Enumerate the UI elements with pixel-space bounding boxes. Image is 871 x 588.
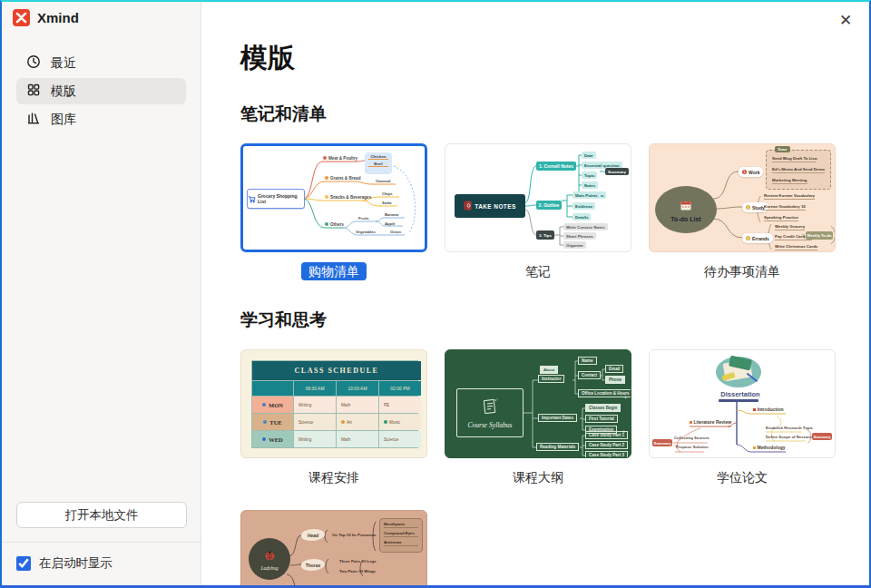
branch-label: 3Errands	[742, 233, 773, 243]
topic-label: Chicken	[368, 154, 388, 160]
template-card-syllabus[interactable]: Course Syllabus About Instructor Name Co…	[445, 349, 631, 458]
topic-label: Antennae	[384, 540, 418, 546]
template-card-grocery[interactable]: Grocery Shopping List Meat & Poultry Chi…	[240, 143, 427, 252]
branch-label: 1Work	[739, 167, 763, 177]
template-card-todo[interactable]: To-do List 1Work Send Blog Draft To Lisa…	[649, 143, 836, 252]
topic-label: Topic	[582, 172, 597, 179]
topic-label: Case Study Part 3	[585, 451, 628, 458]
todo-center-label: To-do List	[670, 216, 700, 222]
topic-label: Phone	[605, 376, 625, 384]
template-card-ladybug[interactable]: Ladybug Head On Top Of Its Pronotum Mout…	[240, 510, 427, 585]
topic-label: Beef	[368, 162, 388, 167]
topic-label: Fruits	[358, 216, 369, 220]
notes-central-topic: TAKE NOTES	[455, 194, 525, 218]
task-label: Korean Vocabulary 10	[764, 204, 806, 211]
sparkle-icon: ✧	[621, 428, 626, 435]
time-header: 10:00 AM	[337, 381, 378, 396]
sidebar-bottom: 打开本地文件 在启动时显示	[2, 502, 201, 585]
topic-label: Write Concise Notes	[563, 223, 608, 230]
topic-label: Evidence	[573, 202, 595, 210]
schedule-cell: PE	[379, 397, 421, 413]
template-gallery: ✕ 模版 笔记和清单	[201, 2, 869, 585]
grocery-central-topic: Grocery Shopping List	[247, 189, 305, 209]
sidebar-item-library[interactable]: 图库	[16, 106, 186, 132]
tile-label-dissertation[interactable]: 学位论文	[649, 470, 836, 489]
task-label: Review Korean Vocabulary	[764, 193, 815, 200]
schedule-cell: Science	[379, 431, 421, 447]
tile-todo: To-do List 1Work Send Blog Draft To Lisa…	[649, 143, 836, 283]
show-on-startup-checkbox[interactable]	[16, 556, 31, 571]
summary-tag: Summary	[652, 439, 672, 446]
tile-label-schedule[interactable]: 课程安排	[240, 470, 427, 489]
task-label: Write Christmas Cards	[775, 244, 817, 250]
topic-label: Short Phrases	[563, 232, 596, 240]
about-tag: About	[540, 366, 558, 374]
task-label: Ed's Memo And Send Demo	[772, 167, 825, 173]
day-label: WED	[252, 431, 293, 447]
sidebar-item-label: 图库	[51, 112, 76, 128]
weekly-tag: Weekly To-do	[806, 231, 833, 240]
schedule-cell: Writing	[294, 397, 336, 413]
ladybug-boundary: Mouthparts Compound Eyes Antennae	[379, 518, 423, 553]
topic-label: Two Pairs Of Wings	[339, 569, 376, 573]
sidebar-item-recent[interactable]: 最近	[16, 50, 186, 76]
sidebar-item-templates[interactable]: 模版	[16, 78, 186, 104]
done-tag: Done	[775, 146, 790, 152]
topic-label: Collecting Sources	[674, 436, 710, 440]
branch-label: Instructor	[538, 375, 564, 383]
book-doodle-icon	[481, 397, 499, 419]
brand: Xmind	[2, 2, 201, 34]
notes-center-label: TAKE NOTES	[475, 203, 515, 210]
close-button[interactable]: ✕	[833, 7, 858, 33]
cart-icon	[248, 191, 256, 207]
app-title: Xmind	[37, 10, 79, 25]
syllabus-center-label: Course Syllabus	[468, 421, 513, 429]
dissertation-illustration	[650, 350, 835, 457]
template-grid-row2: CLASS SCHEDULE 08:30 AM 10:00 AM 02:00 P…	[240, 349, 869, 489]
dissertation-center-label: Dissertation	[704, 390, 777, 398]
schedule-cell: Art	[337, 414, 378, 430]
tile-label-grocery[interactable]: 购物清单	[240, 264, 427, 283]
topic-label: Onion	[390, 230, 401, 234]
branch-label: 1. Cornell Notes	[536, 162, 576, 171]
branch-label: Reading Materials	[536, 443, 579, 451]
topic-label: Date	[582, 152, 596, 159]
tile-syllabus: Course Syllabus About Instructor Name Co…	[445, 349, 631, 489]
topic-label: Compound Eyes	[384, 531, 418, 537]
schedule-cell: Math	[337, 397, 378, 413]
tile-ladybug: Ladybug Head On Top Of Its Pronotum Mout…	[240, 510, 427, 585]
schedule-cell: Science	[294, 414, 336, 430]
day-label: TUE	[252, 414, 293, 430]
schedule-cell: Writing	[294, 431, 336, 447]
topic-label: Notes	[582, 181, 598, 189]
template-card-schedule[interactable]: CLASS SCHEDULE 08:30 AM 10:00 AM 02:00 P…	[240, 349, 427, 458]
topic-label: Define Scope of Research	[766, 435, 814, 439]
xmind-template-window: Xmind 最近 模版 图库 打开本地文件	[0, 0, 871, 588]
schedule-title: CLASS SCHEDULE	[252, 361, 421, 380]
topic-label: Apple	[385, 221, 396, 226]
template-card-notes[interactable]: TAKE NOTES 1. Cornell Notes Date Essenti…	[445, 143, 631, 252]
summary-tag: Summary	[605, 168, 629, 175]
ladybug-icon	[263, 548, 276, 564]
topic-label: On Top Of Its Pronotum	[332, 533, 376, 537]
tile-label-todo[interactable]: 待办事项清单	[649, 264, 836, 283]
task-label: Send Blog Draft To Lisa	[772, 156, 817, 162]
topic-label: Organize	[563, 241, 586, 249]
topic-label: Main Points	[573, 191, 601, 199]
open-local-file-button[interactable]: 打开本地文件	[16, 502, 187, 528]
tile-label-syllabus[interactable]: 课程大纲	[445, 470, 631, 489]
template-card-dissertation[interactable]: Dissertation Literature Review Collectin…	[649, 349, 836, 458]
topic-label: Classes Begin	[585, 404, 621, 412]
tile-notes: TAKE NOTES 1. Cornell Notes Date Essenti…	[445, 143, 631, 283]
task-label: Speaking Practice	[764, 215, 798, 221]
ladybug-central-topic: Ladybug	[249, 538, 290, 580]
topic-label: Mouthparts	[384, 522, 418, 528]
topic-label: Contact	[578, 371, 601, 379]
topic-label: Propose Solution	[676, 445, 709, 449]
topic-label: Soda	[382, 201, 391, 205]
grid-icon	[26, 83, 41, 100]
page-title: 模版	[240, 40, 869, 77]
todo-work-boundary: Send Blog Draft To Lisa Ed's Memo And Se…	[766, 150, 831, 190]
topic-label: Oatmeal	[376, 179, 391, 183]
tile-label-notes[interactable]: 笔记	[445, 264, 631, 283]
